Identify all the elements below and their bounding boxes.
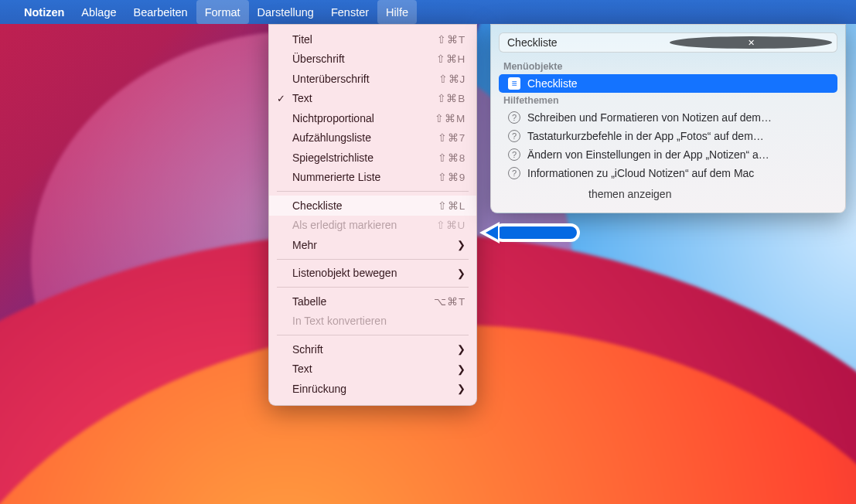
menu-item-label: Checkliste <box>292 199 343 212</box>
help-menu-heading: Menüobjekte <box>499 59 837 74</box>
menu-item-shortcut: ⇧⌘T <box>437 33 466 46</box>
chevron-right-icon: ❯ <box>457 363 466 375</box>
menubar-item-format[interactable]: Format <box>196 0 249 24</box>
menubar: Notizen Ablage Bearbeiten Format Darstel… <box>0 0 856 24</box>
menu-item-unter-berschrift[interactable]: Unterüberschrift⇧⌘J <box>269 69 476 89</box>
menu-item--berschrift[interactable]: Überschrift⇧⌘H <box>269 49 476 70</box>
checkmark-icon: ✓ <box>277 93 285 104</box>
menu-item-label: Nichtproportional <box>292 112 374 124</box>
help-topic-item[interactable]: ?Tastaturkurzbefehle in der App „Fotos“ … <box>499 127 837 145</box>
menu-item-label: Mehr <box>292 239 317 251</box>
menu-item-einr-ckung[interactable]: Einrückung❯ <box>269 379 476 399</box>
menu-item-spiegelstrichliste[interactable]: Spiegelstrichliste⇧⌘8 <box>269 148 476 168</box>
help-search-value: Checkliste <box>507 36 670 49</box>
menu-item-shortcut: ⇧⌘L <box>438 199 466 212</box>
help-result-label: Checkliste <box>527 77 831 90</box>
menubar-item-ablage[interactable]: Ablage <box>73 0 124 24</box>
menu-item-label: Einrückung <box>292 383 346 395</box>
menu-item-shortcut: ⇧⌘9 <box>438 171 466 183</box>
menu-item-aufz-hlungsliste[interactable]: Aufzählungsliste⇧⌘7 <box>269 128 476 148</box>
chevron-right-icon: ❯ <box>457 343 466 355</box>
menu-item-label: Überschrift <box>292 53 345 65</box>
menu-item-als-erledigt-markieren: Als erledigt markieren⇧⌘U <box>269 216 476 236</box>
menu-item-label: Aufzählungsliste <box>292 131 371 144</box>
menu-item-tabelle[interactable]: Tabelle⌥⌘T <box>269 291 476 312</box>
menubar-app-name[interactable]: Notizen <box>15 0 73 24</box>
menu-item-shortcut: ⇧⌘7 <box>438 131 466 144</box>
menu-item-checkliste[interactable]: Checkliste⇧⌘L <box>269 196 476 216</box>
menu-item-text[interactable]: Text❯ <box>269 359 476 380</box>
menu-item-shortcut: ⇧⌘H <box>436 53 466 65</box>
menu-result-icon: ≡ <box>508 77 520 90</box>
menu-item-schrift[interactable]: Schrift❯ <box>269 339 476 359</box>
question-mark-icon: ? <box>508 130 520 142</box>
help-search-panel: Checkliste ✕ Menüobjekte ≡Checkliste Hil… <box>490 24 846 213</box>
help-topic-label: Informationen zu „iCloud Notizen“ auf de… <box>527 167 831 179</box>
menubar-item-hilfe[interactable]: Hilfe <box>377 0 417 24</box>
chevron-right-icon: ❯ <box>457 383 466 394</box>
menu-item-shortcut: ⇧⌘U <box>436 219 466 231</box>
help-result-pointer-arrow <box>479 223 580 242</box>
menu-item-label: Als erledigt markieren <box>292 219 397 231</box>
menu-separator <box>277 335 469 335</box>
menu-item-label: Listenobjekt bewegen <box>292 267 397 279</box>
menu-item-shortcut: ⇧⌘B <box>437 92 466 104</box>
menu-item-label: In Text konvertieren <box>292 315 387 327</box>
menu-separator <box>277 259 469 260</box>
menu-item-shortcut: ⇧⌘J <box>438 73 466 85</box>
help-menu-result[interactable]: ≡Checkliste <box>499 74 837 93</box>
menu-item-nichtproportional[interactable]: Nichtproportional⇧⌘M <box>269 108 476 128</box>
question-mark-icon: ? <box>508 167 520 179</box>
help-topic-item[interactable]: ?Informationen zu „iCloud Notizen“ auf d… <box>499 164 837 182</box>
help-search-field[interactable]: Checkliste ✕ <box>499 32 837 53</box>
menu-item-label: Text <box>292 92 312 104</box>
menu-item-label: Schrift <box>292 343 323 356</box>
help-topics-heading: Hilfethemen <box>499 93 837 108</box>
menu-item-mehr[interactable]: Mehr❯ <box>269 235 476 255</box>
menu-item-nummerierte-liste[interactable]: Nummerierte Liste⇧⌘9 <box>269 168 476 188</box>
menubar-item-fenster[interactable]: Fenster <box>322 0 377 24</box>
help-topic-item[interactable]: ?Ändern von Einstellungen in der App „No… <box>499 145 837 164</box>
help-show-all-topics[interactable]: themen anzeigen <box>499 185 837 203</box>
menu-item-label: Tabelle <box>292 295 326 308</box>
question-mark-icon: ? <box>508 148 520 161</box>
menubar-item-bearbeiten[interactable]: Bearbeiten <box>125 0 196 24</box>
help-topic-label: Tastaturkurzbefehle in der App „Fotos“ a… <box>527 130 831 142</box>
chevron-right-icon: ❯ <box>457 239 466 250</box>
menu-item-in-text-konvertieren: In Text konvertieren <box>269 312 476 332</box>
help-topic-label: Schreiben und Formatieren von Notizen au… <box>527 111 831 124</box>
menu-item-label: Titel <box>292 33 312 46</box>
menu-item-text[interactable]: ✓Text⇧⌘B <box>269 89 476 109</box>
menubar-item-darstellung[interactable]: Darstellung <box>249 0 322 24</box>
menu-item-listenobjekt-bewegen[interactable]: Listenobjekt bewegen❯ <box>269 264 476 284</box>
menu-separator <box>277 191 469 192</box>
menu-item-label: Spiegelstrichliste <box>292 152 373 164</box>
format-menu-dropdown: Titel⇧⌘TÜberschrift⇧⌘HUnterüberschrift⇧⌘… <box>268 24 477 406</box>
chevron-right-icon: ❯ <box>457 267 466 279</box>
menu-separator <box>277 287 469 288</box>
clear-search-icon[interactable]: ✕ <box>670 36 832 49</box>
menu-item-shortcut: ⇧⌘M <box>435 112 466 124</box>
help-topic-item[interactable]: ?Schreiben und Formatieren von Notizen a… <box>499 108 837 127</box>
menu-item-titel[interactable]: Titel⇧⌘T <box>269 29 476 49</box>
menu-item-shortcut: ⌥⌘T <box>434 295 466 308</box>
menu-item-label: Text <box>292 363 312 375</box>
menu-item-shortcut: ⇧⌘8 <box>438 152 466 164</box>
question-mark-icon: ? <box>508 111 520 124</box>
menu-item-label: Nummerierte Liste <box>292 171 380 183</box>
menu-item-label: Unterüberschrift <box>292 73 370 85</box>
help-topic-label: Ändern von Einstellungen in der App „Not… <box>527 148 831 161</box>
